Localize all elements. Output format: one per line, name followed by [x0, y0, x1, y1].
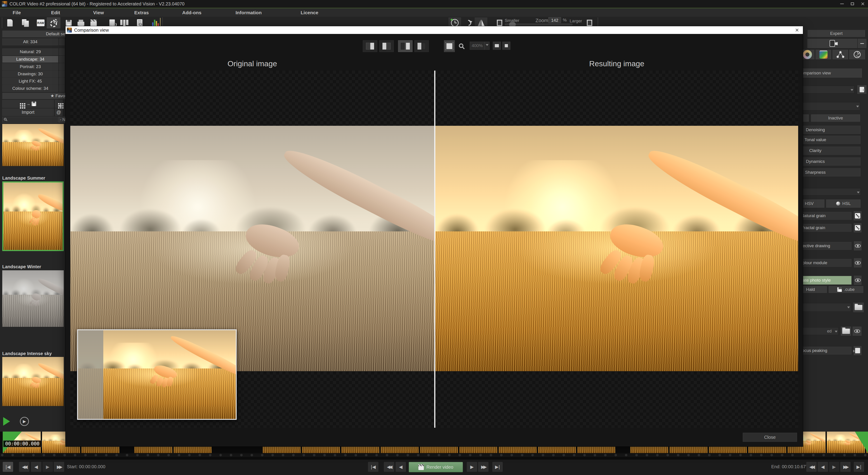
cube-export-button[interactable]: .cube	[829, 286, 863, 293]
dialog-zoom-dropdown-arrow[interactable]	[485, 41, 490, 50]
preset-set-dropdown[interactable]: Default settings	[2, 31, 65, 37]
thumbnail-view-button[interactable]	[493, 41, 501, 50]
render-video-button[interactable]: Render video	[409, 462, 463, 472]
render-play-button[interactable]	[467, 462, 477, 472]
secondary-lut-folder-button[interactable]	[841, 327, 851, 336]
colour-module-preview-button[interactable]	[854, 258, 862, 267]
preset-thumbnail[interactable]	[2, 124, 64, 166]
adjustment-sharpness[interactable]: Sharpness	[803, 168, 861, 176]
category-natural[interactable]: Natural: 29	[2, 49, 58, 55]
render-step-back-button[interactable]	[396, 462, 406, 472]
view-mode-side-by-side-button[interactable]	[398, 40, 412, 52]
fast-back-button[interactable]	[19, 462, 29, 472]
film-emulation-button[interactable]	[807, 39, 857, 48]
import-button[interactable]: Import	[2, 109, 54, 116]
expert-tab[interactable]: Expert	[808, 30, 865, 37]
focus-peaking-row[interactable]: Focus peaking	[803, 347, 851, 354]
menu-extras[interactable]: Extras	[134, 10, 149, 16]
goto-start-button[interactable]	[3, 462, 13, 472]
magnifier-button[interactable]	[457, 42, 467, 52]
copy-settings-button[interactable]	[20, 18, 31, 28]
colour-module-row[interactable]: Colour module	[803, 259, 851, 267]
category-drawings-handle[interactable]	[59, 70, 64, 77]
profile-dropdown[interactable]	[803, 102, 860, 110]
photo-style-preview-button[interactable]	[854, 276, 862, 285]
navigator-thumbnail[interactable]	[77, 329, 237, 420]
raw-import-button[interactable]: RAW	[35, 18, 46, 28]
selective-drawing-preview-button[interactable]	[854, 241, 862, 250]
render-fast-back-button[interactable]	[384, 462, 394, 472]
collapse-button[interactable]	[858, 39, 866, 48]
fit-to-view-button[interactable]	[444, 40, 455, 52]
dialog-titlebar[interactable]: Comparison view	[66, 26, 803, 34]
view-mode-side-by-side-swapped-button[interactable]	[414, 40, 429, 52]
category-lightfx[interactable]: Light FX: 45	[2, 78, 58, 85]
menu-information[interactable]: Information	[236, 10, 262, 16]
new-project-button[interactable]	[4, 18, 16, 28]
step-back-button[interactable]	[31, 462, 41, 472]
aperture-tool-button[interactable]	[849, 50, 865, 59]
menu-addons[interactable]: Add-ons	[182, 10, 202, 16]
zoom-slider[interactable]	[505, 24, 572, 25]
browse-presets-button[interactable]	[55, 100, 63, 108]
fractal-grain-random-button[interactable]	[854, 223, 862, 232]
adjustment-tonal-value[interactable]: Tonal value	[803, 136, 861, 144]
category-landscape[interactable]: Landscape: 34	[2, 56, 58, 63]
view-mode-split-right-button[interactable]	[379, 40, 394, 52]
render-goto-end-button[interactable]	[492, 462, 503, 472]
create-photo-style-row[interactable]: Create photo style	[803, 276, 851, 285]
category-landscape-handle[interactable]	[59, 56, 64, 63]
resulting-image-pane[interactable]	[435, 126, 798, 371]
category-all-handle[interactable]	[59, 38, 64, 45]
fast-forward-button[interactable]	[54, 462, 64, 472]
menu-view[interactable]: View	[93, 10, 104, 16]
adjustment-dynamics[interactable]: Dynamics	[803, 157, 861, 166]
play-button[interactable]	[42, 462, 53, 472]
colour-space-dropdown[interactable]	[803, 188, 861, 196]
dialog-zoom-dropdown[interactable]: 400%	[470, 41, 485, 50]
save-preset-grid-button[interactable]: →	[2, 100, 54, 108]
category-lightfx-handle[interactable]	[59, 78, 64, 85]
fullscreen-view-button[interactable]	[502, 41, 510, 50]
preset-dropdown[interactable]	[803, 86, 855, 93]
fractal-grain-row[interactable]: Fractal grain	[803, 224, 851, 232]
category-drawings[interactable]: Drawings: 30	[2, 70, 58, 77]
menu-file[interactable]: File	[13, 10, 21, 16]
selective-drawing-row[interactable]: Selective drawing	[803, 242, 851, 250]
natural-grain-row[interactable]: Natural grain	[803, 212, 851, 219]
focus-peaking-import-button[interactable]	[854, 346, 862, 355]
end-play-button[interactable]	[829, 462, 839, 472]
at-button[interactable]: @	[55, 109, 63, 116]
category-colourscheme[interactable]: Colour scheme: 34	[2, 85, 58, 92]
hald-export-button[interactable]: Hald	[803, 286, 827, 293]
end-fast-forward-button[interactable]	[840, 462, 850, 472]
zoom-value-field[interactable]: 142	[548, 17, 561, 23]
lut-file-dropdown[interactable]	[803, 303, 851, 312]
adjustment-clarity[interactable]: Clarity	[803, 147, 861, 155]
close-window-button[interactable]	[858, 0, 868, 8]
settings-button[interactable]	[47, 18, 60, 28]
preset-thumbnail-intense-sky[interactable]	[2, 357, 64, 406]
category-natural-handle[interactable]	[59, 49, 64, 55]
colour-wheel-tool-button[interactable]	[803, 50, 814, 59]
preset-thumbnail-summer-selected[interactable]	[2, 181, 64, 251]
play-preview-button[interactable]	[3, 417, 10, 426]
search-input[interactable]	[2, 117, 58, 123]
sort-dropdown[interactable]: - Name	[58, 117, 65, 123]
secondary-lut-dropdown[interactable]: ed	[803, 327, 839, 335]
dialog-close-button[interactable]	[793, 27, 802, 33]
category-portrait[interactable]: Portrait: 23	[2, 63, 58, 70]
comparison-view-button[interactable]: Comparison view	[803, 68, 862, 78]
inactive-button[interactable]: Inactive	[811, 115, 860, 122]
adjustment-denoising[interactable]: Denoising	[803, 126, 861, 134]
node-graph-tool-button[interactable]	[833, 50, 848, 59]
menu-edit[interactable]: Edit	[51, 10, 60, 16]
lut-cube-tool-button[interactable]	[815, 50, 831, 59]
end-fast-back-button[interactable]	[806, 462, 817, 472]
dialog-close-action-button[interactable]: Close	[743, 433, 797, 442]
activation-toggle[interactable]	[803, 115, 809, 122]
render-fast-forward-button[interactable]	[478, 462, 489, 472]
preset-thumbnail-winter[interactable]	[2, 270, 64, 327]
export-preset-button[interactable]	[857, 85, 866, 94]
view-mode-split-left-button[interactable]	[363, 40, 377, 52]
